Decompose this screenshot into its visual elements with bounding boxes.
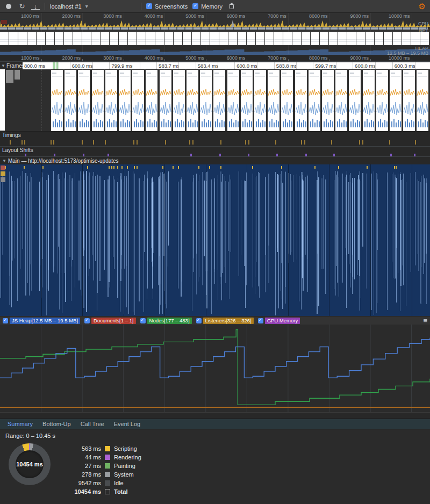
overview-screenshot-thumb[interactable] xyxy=(101,32,109,45)
overview-screenshot-thumb[interactable] xyxy=(411,32,420,45)
overview-screenshot-thumb[interactable] xyxy=(384,32,392,45)
overview-screenshot-thumb[interactable] xyxy=(420,32,429,45)
frame-duration-cell[interactable] xyxy=(257,62,274,69)
frame-duration-cell[interactable]: 599.7 ms xyxy=(313,62,335,69)
overview-screenshot-thumb[interactable] xyxy=(55,32,63,45)
overview-screenshot-thumb[interactable] xyxy=(192,32,200,45)
timings-track-title[interactable]: Timings xyxy=(0,132,430,139)
overview-screenshot-thumb[interactable] xyxy=(338,32,347,45)
overview-screenshot-thumb[interactable] xyxy=(320,32,328,45)
screenshot-thumbnail[interactable] xyxy=(200,70,212,131)
frame-duration-cell[interactable] xyxy=(178,62,196,69)
overview-screenshot-thumb[interactable] xyxy=(210,32,219,45)
overview-screenshot-thumb[interactable] xyxy=(82,32,91,45)
overview-screenshot-thumb[interactable] xyxy=(27,32,36,45)
screenshot-thumbnail[interactable] xyxy=(92,70,104,131)
overview-screenshot-thumb[interactable] xyxy=(238,32,246,45)
screenshot-thumbnail[interactable] xyxy=(403,70,415,131)
frame-duration-cell[interactable]: 583.7 ms xyxy=(156,62,178,69)
frame-duration-cell[interactable] xyxy=(336,62,353,69)
screenshot-thumbnail[interactable] xyxy=(281,70,293,131)
frame-duration-cell[interactable] xyxy=(415,62,428,69)
screenshot-thumbnail[interactable] xyxy=(187,70,198,131)
screenshot-thumbnail[interactable] xyxy=(51,70,63,131)
overview-screenshot-thumb[interactable] xyxy=(292,32,301,45)
screenshot-thumbnail[interactable] xyxy=(6,70,13,83)
overview-screenshot-thumb[interactable] xyxy=(219,32,228,45)
screenshot-thumbnail[interactable] xyxy=(0,69,5,131)
screenshot-thumbnail[interactable] xyxy=(363,70,375,131)
overview-screenshot-thumb[interactable] xyxy=(228,32,237,45)
memory-counter-graph[interactable] xyxy=(0,325,430,412)
screenshot-thumbnail[interactable] xyxy=(132,70,144,131)
overview-screenshot-thumb[interactable] xyxy=(347,32,356,45)
save-profile-button[interactable]: ↓ xyxy=(31,3,40,10)
tab-call-tree[interactable]: Call Tree xyxy=(76,420,109,428)
screenshot-thumbnail[interactable] xyxy=(160,70,171,131)
counter-toggle-js-heap[interactable]: JS Heap[12.5 MB – 19.5 MB] xyxy=(3,318,80,324)
screenshot-thumbnail[interactable] xyxy=(119,70,131,131)
screenshot-thumbnail[interactable] xyxy=(390,70,402,131)
reload-and-record-button[interactable]: ↻ xyxy=(18,2,26,11)
frame-duration-cell[interactable] xyxy=(218,62,235,69)
frame-duration-cell[interactable]: 600.0 ms xyxy=(70,62,92,69)
frame-duration-cell[interactable]: 600.3 ms xyxy=(392,62,415,69)
screenshot-thumbnail[interactable] xyxy=(349,70,361,131)
overview-screenshot-thumb[interactable] xyxy=(46,32,54,45)
layout-shifts-track-title[interactable]: Layout Shifts xyxy=(0,147,430,154)
screenshot-thumbnail[interactable] xyxy=(173,70,185,131)
frame-duration-cell[interactable] xyxy=(59,62,70,69)
overview-screenshot-thumb[interactable] xyxy=(356,32,365,45)
overview-screenshot-thumb[interactable] xyxy=(247,32,255,45)
main-track-header[interactable]: ▼ Main — http://localhost:5173/optimise-… xyxy=(0,157,430,164)
frame-duration-cell[interactable]: 583.8 ms xyxy=(274,62,296,69)
overview-screenshot-thumb[interactable] xyxy=(265,32,274,45)
overview-screenshot-thumb[interactable] xyxy=(9,32,18,45)
overview-screenshot-thumb[interactable] xyxy=(0,32,9,45)
screenshot-thumbnail[interactable] xyxy=(105,70,117,131)
screenshot-thumbnail[interactable] xyxy=(295,70,307,131)
hamburger-menu-icon[interactable]: ≡ xyxy=(423,316,427,325)
overview-screenshot-thumb[interactable] xyxy=(393,32,402,45)
overview-screenshot-thumb[interactable] xyxy=(402,32,411,45)
frame-duration-cell[interactable] xyxy=(296,62,313,69)
frame-duration-cell[interactable] xyxy=(140,62,157,69)
overview-screenshot-thumb[interactable] xyxy=(256,32,264,45)
tab-summary[interactable]: Summary xyxy=(3,420,37,428)
overview-screenshot-thumb[interactable] xyxy=(375,32,383,45)
screenshot-thumbnail[interactable] xyxy=(417,70,428,131)
overview-screenshot-thumb[interactable] xyxy=(128,32,137,45)
screenshot-thumbnail[interactable] xyxy=(309,70,320,131)
overview-screenshot-thumb[interactable] xyxy=(183,32,191,45)
frame-duration-cell[interactable] xyxy=(375,62,392,69)
timeline-ruler[interactable]: 1000 ms2000 ms3000 ms4000 ms5000 ms6000 … xyxy=(0,55,430,62)
timeline-overview[interactable]: 1000 ms2000 ms3000 ms4000 ms5000 ms6000 … xyxy=(0,13,430,55)
overview-screenshot-thumb[interactable] xyxy=(174,32,182,45)
overview-screenshot-thumb[interactable] xyxy=(329,32,338,45)
frame-duration-cell[interactable]: 600.0 ms xyxy=(353,62,375,69)
screenshot-thumbnail[interactable] xyxy=(241,70,253,131)
collect-garbage-button[interactable] xyxy=(227,2,236,11)
overview-screenshot-thumb[interactable] xyxy=(73,32,82,45)
screenshot-thumbnail[interactable] xyxy=(64,70,76,131)
target-selector[interactable]: localhost #1 ▼ xyxy=(50,3,136,10)
overview-screenshot-thumb[interactable] xyxy=(110,32,118,45)
frame-duration-cell[interactable]: 583.4 ms xyxy=(196,62,218,69)
overview-screenshot-thumb[interactable] xyxy=(155,32,164,45)
overview-screenshot-thumb[interactable] xyxy=(137,32,146,45)
screenshot-thumbnail[interactable] xyxy=(146,70,157,131)
flame-event-block[interactable] xyxy=(1,177,5,182)
frames-track-header[interactable]: ▼ Frames xyxy=(0,62,23,69)
screenshot-thumbnail[interactable] xyxy=(78,70,90,131)
screenshot-thumbnail[interactable] xyxy=(227,70,239,131)
screenshot-thumbnail[interactable] xyxy=(322,70,334,131)
screenshot-thumbnail[interactable] xyxy=(376,70,388,131)
screenshot-thumbnail[interactable] xyxy=(254,70,266,131)
counter-toggle-nodes[interactable]: Nodes[177 – 483] xyxy=(140,318,192,324)
flame-event-block[interactable] xyxy=(1,165,5,170)
counter-toggle-listeners[interactable]: Listeners[326 – 326] xyxy=(196,318,254,324)
overview-screenshot-thumb[interactable] xyxy=(302,32,310,45)
screenshot-thumbnail[interactable] xyxy=(15,70,20,80)
overview-screenshot-thumb[interactable] xyxy=(91,32,100,45)
screenshots-checkbox[interactable]: Screenshots xyxy=(146,3,188,10)
